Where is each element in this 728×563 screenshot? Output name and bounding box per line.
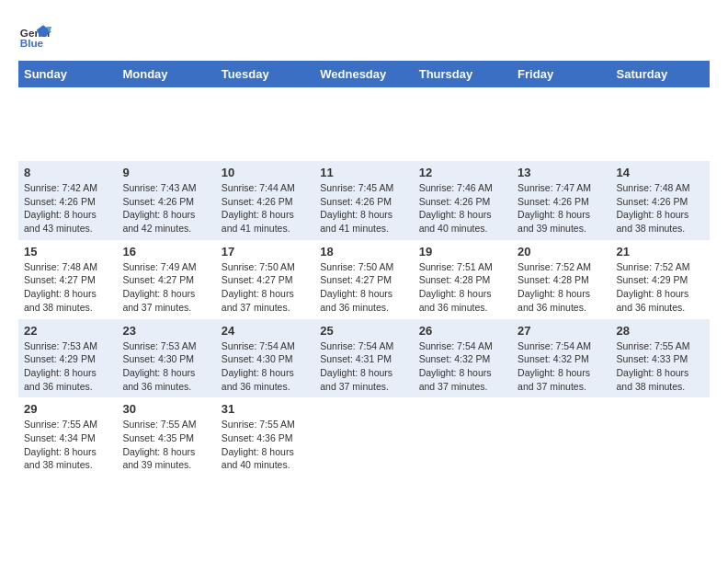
day-number: 12 [419, 166, 506, 179]
calendar-cell: 10 Sunrise: 7:44 AMSunset: 4:26 PMDaylig… [216, 161, 314, 240]
calendar-cell: 26 Sunrise: 7:54 AMSunset: 4:32 PMDaylig… [414, 319, 512, 398]
calendar-cell: 8 Sunrise: 7:42 AMSunset: 4:26 PMDayligh… [18, 161, 117, 240]
day-number: 26 [419, 324, 506, 338]
day-number: 18 [320, 245, 407, 259]
calendar-cell: 31 Sunrise: 7:55 AMSunset: 4:36 PMDaylig… [216, 397, 314, 477]
day-info: Sunrise: 7:52 AMSunset: 4:28 PMDaylight:… [518, 261, 591, 313]
calendar-cell [512, 87, 610, 161]
calendar-cell: 16 Sunrise: 7:49 AMSunset: 4:27 PMDaylig… [117, 240, 215, 319]
calendar-cell: 15 Sunrise: 7:48 AMSunset: 4:27 PMDaylig… [18, 240, 117, 319]
day-number: 31 [222, 402, 309, 416]
day-info: Sunrise: 7:42 AMSunset: 4:26 PMDaylight:… [24, 182, 97, 234]
day-number: 11 [320, 166, 407, 179]
logo-icon: General Blue [18, 18, 51, 52]
calendar-week-row [18, 87, 710, 161]
calendar-cell: 21 Sunrise: 7:52 AMSunset: 4:29 PMDaylig… [611, 240, 710, 319]
day-number: 13 [518, 166, 605, 179]
page-header: General Blue [18, 18, 710, 52]
day-info: Sunrise: 7:47 AMSunset: 4:26 PMDaylight:… [518, 182, 591, 234]
day-info: Sunrise: 7:50 AMSunset: 4:27 PMDaylight:… [320, 261, 393, 313]
day-number: 21 [617, 245, 704, 259]
day-number: 22 [24, 324, 111, 338]
day-info: Sunrise: 7:55 AMSunset: 4:36 PMDaylight:… [222, 419, 295, 470]
calendar-table: Sunday Monday Tuesday Wednesday Thursday… [18, 61, 710, 477]
day-info: Sunrise: 7:50 AMSunset: 4:27 PMDaylight:… [222, 261, 295, 313]
calendar-cell [18, 87, 117, 161]
day-info: Sunrise: 7:48 AMSunset: 4:27 PMDaylight:… [24, 261, 97, 313]
calendar-cell: 24 Sunrise: 7:54 AMSunset: 4:30 PMDaylig… [216, 319, 314, 398]
day-number: 8 [24, 166, 111, 179]
calendar-week-row: 15 Sunrise: 7:48 AMSunset: 4:27 PMDaylig… [18, 240, 710, 319]
logo: General Blue [18, 18, 51, 52]
calendar-week-row: 22 Sunrise: 7:53 AMSunset: 4:29 PMDaylig… [18, 319, 710, 398]
calendar-cell: 12 Sunrise: 7:46 AMSunset: 4:26 PMDaylig… [414, 161, 512, 240]
day-number: 14 [617, 166, 704, 179]
calendar-cell: 22 Sunrise: 7:53 AMSunset: 4:29 PMDaylig… [18, 319, 117, 398]
day-info: Sunrise: 7:48 AMSunset: 4:26 PMDaylight:… [617, 182, 690, 234]
calendar-cell: 30 Sunrise: 7:55 AMSunset: 4:35 PMDaylig… [117, 397, 215, 477]
day-info: Sunrise: 7:55 AMSunset: 4:34 PMDaylight:… [24, 419, 97, 470]
day-info: Sunrise: 7:53 AMSunset: 4:29 PMDaylight:… [24, 340, 97, 392]
calendar-cell: 25 Sunrise: 7:54 AMSunset: 4:31 PMDaylig… [314, 319, 413, 398]
header-saturday: Saturday [611, 61, 710, 87]
calendar-cell: 14 Sunrise: 7:48 AMSunset: 4:26 PMDaylig… [611, 161, 710, 240]
header-sunday: Sunday [18, 61, 117, 87]
day-number: 15 [24, 245, 111, 259]
day-number: 20 [518, 245, 605, 259]
calendar-cell: 20 Sunrise: 7:52 AMSunset: 4:28 PMDaylig… [512, 240, 610, 319]
calendar-cell [314, 87, 413, 161]
day-number: 25 [320, 324, 407, 338]
calendar-cell [117, 87, 215, 161]
calendar-week-row: 29 Sunrise: 7:55 AMSunset: 4:34 PMDaylig… [18, 397, 710, 477]
day-info: Sunrise: 7:51 AMSunset: 4:28 PMDaylight:… [419, 261, 493, 313]
calendar-week-row: 8 Sunrise: 7:42 AMSunset: 4:26 PMDayligh… [18, 161, 710, 240]
day-number: 24 [222, 324, 309, 338]
day-number: 10 [222, 166, 309, 179]
day-number: 19 [419, 245, 506, 259]
day-number: 23 [122, 324, 210, 338]
day-number: 16 [122, 245, 210, 259]
calendar-cell [611, 397, 710, 477]
calendar-cell: 23 Sunrise: 7:53 AMSunset: 4:30 PMDaylig… [117, 319, 215, 398]
header-friday: Friday [512, 61, 610, 87]
day-info: Sunrise: 7:45 AMSunset: 4:26 PMDaylight:… [320, 182, 393, 234]
day-number: 17 [222, 245, 309, 259]
calendar-cell: 19 Sunrise: 7:51 AMSunset: 4:28 PMDaylig… [414, 240, 512, 319]
calendar-cell [314, 397, 413, 477]
day-info: Sunrise: 7:54 AMSunset: 4:32 PMDaylight:… [419, 340, 493, 392]
calendar-cell [611, 87, 710, 161]
day-info: Sunrise: 7:54 AMSunset: 4:31 PMDaylight:… [320, 340, 393, 392]
calendar-cell [414, 397, 512, 477]
header-thursday: Thursday [414, 61, 512, 87]
day-info: Sunrise: 7:55 AMSunset: 4:33 PMDaylight:… [617, 340, 690, 392]
svg-text:Blue: Blue [20, 37, 44, 49]
calendar-cell [512, 397, 610, 477]
day-number: 9 [122, 166, 210, 179]
calendar-cell: 28 Sunrise: 7:55 AMSunset: 4:33 PMDaylig… [611, 319, 710, 398]
weekday-header-row: Sunday Monday Tuesday Wednesday Thursday… [18, 61, 710, 87]
day-number: 27 [518, 324, 605, 338]
calendar-cell [216, 87, 314, 161]
calendar-cell [414, 87, 512, 161]
calendar-cell: 27 Sunrise: 7:54 AMSunset: 4:32 PMDaylig… [512, 319, 610, 398]
day-info: Sunrise: 7:52 AMSunset: 4:29 PMDaylight:… [617, 261, 690, 313]
header-wednesday: Wednesday [314, 61, 413, 87]
day-info: Sunrise: 7:54 AMSunset: 4:32 PMDaylight:… [518, 340, 591, 392]
header-tuesday: Tuesday [216, 61, 314, 87]
day-info: Sunrise: 7:55 AMSunset: 4:35 PMDaylight:… [122, 419, 196, 470]
day-number: 29 [24, 402, 111, 416]
calendar-cell: 13 Sunrise: 7:47 AMSunset: 4:26 PMDaylig… [512, 161, 610, 240]
day-info: Sunrise: 7:53 AMSunset: 4:30 PMDaylight:… [122, 340, 196, 392]
day-info: Sunrise: 7:44 AMSunset: 4:26 PMDaylight:… [222, 182, 295, 234]
calendar-cell: 18 Sunrise: 7:50 AMSunset: 4:27 PMDaylig… [314, 240, 413, 319]
day-info: Sunrise: 7:54 AMSunset: 4:30 PMDaylight:… [222, 340, 295, 392]
calendar-cell: 29 Sunrise: 7:55 AMSunset: 4:34 PMDaylig… [18, 397, 117, 477]
day-info: Sunrise: 7:46 AMSunset: 4:26 PMDaylight:… [419, 182, 493, 234]
calendar-cell: 9 Sunrise: 7:43 AMSunset: 4:26 PMDayligh… [117, 161, 215, 240]
calendar-cell: 11 Sunrise: 7:45 AMSunset: 4:26 PMDaylig… [314, 161, 413, 240]
day-number: 30 [122, 402, 210, 416]
calendar-cell: 17 Sunrise: 7:50 AMSunset: 4:27 PMDaylig… [216, 240, 314, 319]
header-monday: Monday [117, 61, 215, 87]
day-info: Sunrise: 7:43 AMSunset: 4:26 PMDaylight:… [122, 182, 196, 234]
calendar-body: 8 Sunrise: 7:42 AMSunset: 4:26 PMDayligh… [18, 87, 710, 477]
